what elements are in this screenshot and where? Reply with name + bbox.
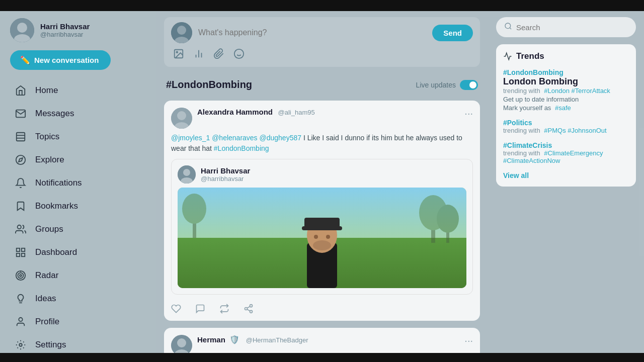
sidebar-item-notifications[interactable]: Notifications (10, 171, 146, 195)
svg-point-49 (250, 305, 253, 307)
quoted-user: Harri Bhavsar @harribhavsar (201, 166, 250, 183)
messages-label: Messages (35, 109, 74, 119)
trends-heading: Trends (516, 51, 544, 61)
notifications-label: Notifications (35, 178, 82, 188)
svg-point-55 (177, 338, 186, 347)
svg-point-31 (177, 111, 186, 120)
tweet-card-1: Alexandra Hammond @ali_ham95 ··· @jmoyle… (164, 101, 480, 321)
right-sidebar: Trends #LondonBombing London Bombing tre… (488, 11, 644, 353)
tweet-user-info-2: Herman 🛡️ @HermanTheBadger (197, 335, 459, 344)
svg-point-51 (250, 310, 253, 313)
svg-point-50 (245, 308, 248, 310)
image-icon[interactable] (173, 48, 184, 62)
explore-label: Explore (35, 155, 64, 165)
trend-hashtag-3[interactable]: #ClimateCrisis (503, 141, 629, 149)
sidebar: Harri Bhavsar @harribhavsar ✏️ New conve… (0, 11, 156, 353)
user-avatar (10, 18, 34, 42)
live-toggle[interactable] (460, 80, 478, 90)
trend-tags-2[interactable]: #PMQs #JohnsonOut (544, 127, 606, 134)
trends-title: Trends (503, 51, 629, 61)
sidebar-item-explore[interactable]: Explore (10, 148, 146, 171)
tweet-handle-2: @HermanTheBadger (246, 336, 308, 344)
notifications-icon (14, 176, 27, 190)
trend-item-1: #LondonBombing London Bombing trending w… (503, 68, 629, 112)
live-updates-label: Live updates (416, 81, 456, 89)
sidebar-item-home[interactable]: Home (10, 79, 146, 102)
settings-label: Settings (35, 340, 66, 350)
view-all-button[interactable]: View all (503, 171, 629, 179)
tweet-menu-1[interactable]: ··· (464, 108, 473, 119)
compose-box: Send (164, 17, 480, 67)
sidebar-item-ideas[interactable]: Ideas (10, 287, 146, 310)
svg-point-1 (17, 23, 27, 33)
sidebar-item-radar[interactable]: Radar (10, 264, 146, 287)
quoted-avatar (178, 165, 196, 184)
sidebar-item-messages[interactable]: Messages (10, 102, 146, 125)
retweet-button[interactable] (219, 304, 229, 314)
compose-top: Send (171, 22, 473, 43)
sidebar-item-dashboard[interactable]: Dashboard (10, 241, 146, 264)
svg-point-17 (19, 318, 22, 321)
svg-rect-45 (302, 226, 342, 230)
tweet-avatar-1 (171, 108, 192, 129)
compose-actions (171, 48, 473, 62)
pen-icon: ✏️ (20, 55, 30, 65)
svg-point-23 (176, 51, 178, 53)
compose-input[interactable] (198, 28, 426, 37)
radar-icon (14, 269, 27, 282)
svg-line-53 (247, 306, 250, 308)
quoted-header: Harri Bhavsar @harribhavsar (178, 165, 466, 184)
new-conversation-button[interactable]: ✏️ New conversation (10, 50, 111, 70)
svg-point-14 (18, 273, 24, 279)
quoted-tweet: Harri Bhavsar @harribhavsar (171, 159, 473, 295)
bottom-bar (0, 353, 644, 362)
trend-safe[interactable]: #safe (555, 104, 571, 112)
search-box (496, 17, 636, 37)
emoji-icon[interactable] (233, 48, 245, 62)
svg-point-6 (16, 155, 25, 164)
sidebar-item-profile[interactable]: Profile (10, 310, 146, 333)
tweet-header-2: Herman 🛡️ @HermanTheBadger ··· (171, 335, 473, 353)
new-conversation-label: New conversation (34, 56, 99, 64)
trend-hashtag-1[interactable]: #LondonBombing (503, 68, 629, 76)
trend-sub-3: trending with #ClimateEmergency #Climate… (503, 149, 629, 164)
dashboard-icon (14, 246, 27, 259)
sidebar-item-groups[interactable]: Groups (10, 218, 146, 241)
tweet-name-2: Herman (197, 335, 225, 344)
tweet-handle-1: @ali_ham95 (278, 109, 315, 116)
trend-tags-1[interactable]: #London #TerrorAttack (544, 87, 610, 95)
comment-button[interactable] (195, 304, 205, 314)
user-handle: @harribhavsar (40, 31, 90, 38)
svg-point-15 (20, 275, 22, 277)
like-button[interactable] (171, 304, 181, 314)
trend-sub-1: trending with #London #TerrorAttack (503, 87, 629, 95)
bookmarks-icon (14, 200, 27, 213)
tweet-actions-1 (171, 300, 473, 314)
svg-point-27 (234, 49, 244, 58)
attach-icon[interactable] (213, 48, 224, 62)
chart-icon[interactable] (193, 48, 204, 62)
svg-line-52 (247, 309, 250, 311)
messages-icon (14, 107, 27, 120)
topics-icon (14, 130, 27, 143)
profile-label: Profile (35, 317, 59, 327)
tweet-avatar-2 (171, 335, 192, 353)
sidebar-item-bookmarks[interactable]: Bookmarks (10, 195, 146, 218)
tweet-menu-2[interactable]: ··· (464, 335, 473, 346)
sidebar-item-topics[interactable]: Topics (10, 125, 146, 148)
svg-point-18 (19, 343, 22, 346)
quoted-name: Harri Bhavsar (201, 166, 250, 175)
share-button[interactable] (244, 304, 254, 314)
topic-header: #LondonBombing Live updates (164, 74, 480, 96)
send-button[interactable]: Send (432, 25, 473, 41)
svg-point-34 (183, 169, 190, 176)
ideas-label: Ideas (35, 294, 56, 304)
bookmarks-label: Bookmarks (35, 201, 78, 211)
topics-label: Topics (35, 132, 59, 142)
svg-point-39 (437, 205, 459, 233)
quoted-tweet-image (178, 188, 466, 288)
user-info: Harri Bhavsar @harribhavsar (40, 22, 90, 38)
search-input[interactable] (516, 23, 628, 32)
trend-hashtag-2[interactable]: #Politics (503, 119, 629, 127)
svg-point-47 (326, 235, 330, 239)
